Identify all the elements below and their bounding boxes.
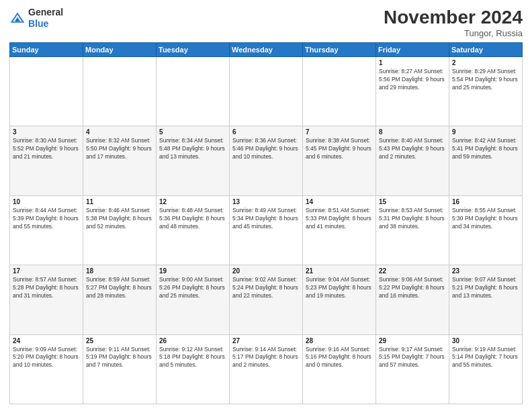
day-cell: 19Sunrise: 9:00 AM Sunset: 5:26 PM Dayli… [157, 265, 230, 334]
day-cell: 27Sunrise: 9:14 AM Sunset: 5:17 PM Dayli… [230, 334, 303, 404]
calendar-table: SundayMondayTuesdayWednesdayThursdayFrid… [9, 42, 523, 404]
day-number: 4 [86, 128, 153, 136]
day-number: 9 [452, 128, 519, 136]
weekday-header-row: SundayMondayTuesdayWednesdayThursdayFrid… [10, 43, 523, 57]
day-cell: 14Sunrise: 8:51 AM Sunset: 5:33 PM Dayli… [303, 195, 376, 265]
day-cell: 1Sunrise: 8:27 AM Sunset: 5:56 PM Daylig… [376, 57, 449, 126]
location: Tungor, Russia [384, 28, 523, 38]
day-number: 23 [452, 267, 519, 275]
day-cell: 22Sunrise: 9:06 AM Sunset: 5:22 PM Dayli… [376, 265, 449, 334]
day-cell: 25Sunrise: 9:11 AM Sunset: 5:19 PM Dayli… [83, 334, 157, 404]
week-row-3: 10Sunrise: 8:44 AM Sunset: 5:39 PM Dayli… [10, 195, 523, 265]
weekday-header-monday: Monday [83, 43, 157, 57]
day-cell: 23Sunrise: 9:07 AM Sunset: 5:21 PM Dayli… [449, 265, 523, 334]
day-info: Sunrise: 9:17 AM Sunset: 5:15 PM Dayligh… [379, 346, 446, 370]
day-cell: 29Sunrise: 9:17 AM Sunset: 5:15 PM Dayli… [376, 334, 449, 404]
week-row-1: 1Sunrise: 8:27 AM Sunset: 5:56 PM Daylig… [10, 57, 523, 126]
day-cell: 7Sunrise: 8:38 AM Sunset: 5:45 PM Daylig… [303, 126, 376, 195]
day-cell: 11Sunrise: 8:46 AM Sunset: 5:38 PM Dayli… [83, 195, 157, 265]
day-info: Sunrise: 8:40 AM Sunset: 5:43 PM Dayligh… [379, 137, 446, 161]
day-cell: 17Sunrise: 8:57 AM Sunset: 5:28 PM Dayli… [10, 265, 83, 334]
day-info: Sunrise: 8:30 AM Sunset: 5:52 PM Dayligh… [13, 137, 80, 161]
day-number: 1 [379, 59, 446, 66]
day-number: 6 [232, 128, 300, 136]
day-number: 7 [306, 128, 373, 136]
day-info: Sunrise: 9:04 AM Sunset: 5:23 PM Dayligh… [306, 276, 373, 300]
day-number: 15 [379, 198, 446, 205]
weekday-header-saturday: Saturday [449, 43, 523, 57]
logo-general: General [28, 7, 63, 18]
day-number: 19 [159, 267, 226, 275]
day-number: 30 [452, 337, 519, 345]
day-number: 18 [86, 267, 153, 275]
day-info: Sunrise: 8:32 AM Sunset: 5:50 PM Dayligh… [86, 137, 153, 161]
day-number: 8 [379, 128, 446, 136]
day-cell: 10Sunrise: 8:44 AM Sunset: 5:39 PM Dayli… [10, 195, 83, 265]
day-cell: 13Sunrise: 8:49 AM Sunset: 5:34 PM Dayli… [230, 195, 303, 265]
day-number: 3 [13, 128, 80, 136]
week-row-5: 24Sunrise: 9:09 AM Sunset: 5:20 PM Dayli… [10, 334, 523, 404]
day-info: Sunrise: 8:49 AM Sunset: 5:34 PM Dayligh… [232, 207, 300, 231]
day-number: 24 [13, 337, 80, 345]
day-info: Sunrise: 8:55 AM Sunset: 5:30 PM Dayligh… [452, 207, 519, 231]
logo-icon [9, 10, 26, 26]
logo: General Blue [9, 7, 63, 30]
day-cell: 8Sunrise: 8:40 AM Sunset: 5:43 PM Daylig… [376, 126, 449, 195]
day-number: 5 [159, 128, 226, 136]
day-cell: 6Sunrise: 8:36 AM Sunset: 5:46 PM Daylig… [230, 126, 303, 195]
day-cell [230, 57, 303, 126]
day-info: Sunrise: 8:57 AM Sunset: 5:28 PM Dayligh… [13, 276, 80, 300]
day-info: Sunrise: 9:12 AM Sunset: 5:18 PM Dayligh… [159, 346, 226, 370]
day-number: 13 [232, 198, 300, 205]
day-info: Sunrise: 9:00 AM Sunset: 5:26 PM Dayligh… [159, 276, 226, 300]
day-info: Sunrise: 8:59 AM Sunset: 5:27 PM Dayligh… [86, 276, 153, 300]
title-block: November 2024 Tungor, Russia [384, 7, 523, 38]
day-info: Sunrise: 9:11 AM Sunset: 5:19 PM Dayligh… [86, 346, 153, 370]
day-number: 21 [306, 267, 373, 275]
week-row-2: 3Sunrise: 8:30 AM Sunset: 5:52 PM Daylig… [10, 126, 523, 195]
logo-blue: Blue [28, 18, 63, 30]
logo-text: General Blue [28, 7, 63, 30]
day-cell: 26Sunrise: 9:12 AM Sunset: 5:18 PM Dayli… [157, 334, 230, 404]
day-number: 11 [86, 198, 153, 205]
day-cell: 5Sunrise: 8:34 AM Sunset: 5:48 PM Daylig… [157, 126, 230, 195]
day-info: Sunrise: 9:16 AM Sunset: 5:16 PM Dayligh… [306, 346, 373, 370]
day-number: 17 [13, 267, 80, 275]
day-info: Sunrise: 9:02 AM Sunset: 5:24 PM Dayligh… [232, 276, 300, 300]
day-cell [157, 57, 230, 126]
day-number: 12 [159, 198, 226, 205]
day-cell: 30Sunrise: 9:19 AM Sunset: 5:14 PM Dayli… [449, 334, 523, 404]
day-number: 25 [86, 337, 153, 345]
day-number: 28 [306, 337, 373, 345]
day-cell: 2Sunrise: 8:29 AM Sunset: 5:54 PM Daylig… [449, 57, 523, 126]
weekday-header-wednesday: Wednesday [230, 43, 303, 57]
day-cell: 9Sunrise: 8:42 AM Sunset: 5:41 PM Daylig… [449, 126, 523, 195]
day-info: Sunrise: 9:19 AM Sunset: 5:14 PM Dayligh… [452, 346, 519, 370]
day-info: Sunrise: 8:46 AM Sunset: 5:38 PM Dayligh… [86, 207, 153, 231]
day-info: Sunrise: 8:51 AM Sunset: 5:33 PM Dayligh… [306, 207, 373, 231]
day-cell: 24Sunrise: 9:09 AM Sunset: 5:20 PM Dayli… [10, 334, 83, 404]
day-info: Sunrise: 8:36 AM Sunset: 5:46 PM Dayligh… [232, 137, 300, 161]
day-info: Sunrise: 9:07 AM Sunset: 5:21 PM Dayligh… [452, 276, 519, 300]
day-cell [303, 57, 376, 126]
weekday-header-friday: Friday [376, 43, 449, 57]
day-info: Sunrise: 8:48 AM Sunset: 5:36 PM Dayligh… [159, 207, 226, 231]
day-number: 22 [379, 267, 446, 275]
day-cell: 28Sunrise: 9:16 AM Sunset: 5:16 PM Dayli… [303, 334, 376, 404]
day-cell: 15Sunrise: 8:53 AM Sunset: 5:31 PM Dayli… [376, 195, 449, 265]
day-cell: 21Sunrise: 9:04 AM Sunset: 5:23 PM Dayli… [303, 265, 376, 334]
day-info: Sunrise: 9:06 AM Sunset: 5:22 PM Dayligh… [379, 276, 446, 300]
day-cell: 20Sunrise: 9:02 AM Sunset: 5:24 PM Dayli… [230, 265, 303, 334]
day-info: Sunrise: 8:38 AM Sunset: 5:45 PM Dayligh… [306, 137, 373, 161]
month-title: November 2024 [384, 7, 523, 28]
weekday-header-tuesday: Tuesday [157, 43, 230, 57]
day-number: 26 [159, 337, 226, 345]
day-info: Sunrise: 8:53 AM Sunset: 5:31 PM Dayligh… [379, 207, 446, 231]
header: General Blue November 2024 Tungor, Russi… [9, 7, 523, 38]
day-cell [10, 57, 83, 126]
day-cell: 4Sunrise: 8:32 AM Sunset: 5:50 PM Daylig… [83, 126, 157, 195]
day-cell [83, 57, 157, 126]
day-number: 20 [232, 267, 300, 275]
day-cell: 3Sunrise: 8:30 AM Sunset: 5:52 PM Daylig… [10, 126, 83, 195]
week-row-4: 17Sunrise: 8:57 AM Sunset: 5:28 PM Dayli… [10, 265, 523, 334]
